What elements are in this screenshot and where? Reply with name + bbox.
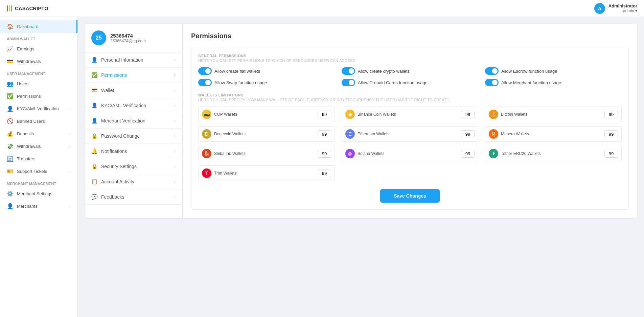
wallet-input-ethereum[interactable] (461, 130, 475, 138)
logo: CASACRIPTO (7, 5, 48, 12)
sub-menu-icon-wallet: 💳 (91, 87, 98, 93)
wallet-input-tether-erc20[interactable] (604, 150, 618, 158)
user-menu[interactable]: A Administrator admin ▾ (594, 3, 637, 14)
sub-menu-icon-kyc-aml: 👤 (91, 103, 98, 109)
sub-menu-icon-permissions: ✅ (91, 72, 98, 78)
toggle-switch-escrow[interactable] (485, 67, 499, 75)
user-id: 25366474 (110, 33, 146, 39)
wallet-input-shiba[interactable] (318, 150, 331, 158)
sub-menu-item-wallet[interactable]: 💳 Wallet › (85, 83, 182, 98)
sidebar-icon-merchant-settings: ⚙️ (7, 190, 14, 197)
sidebar-item-withdrawals[interactable]: 💸 Withdrawals › (0, 140, 77, 153)
wallet-input-monero[interactable] (604, 130, 618, 138)
sidebar-label-users: Users (17, 81, 71, 86)
sub-menu-icon-password-change: 🔒 (91, 133, 98, 139)
sidebar-item-deposits[interactable]: 💰 Deposits › (0, 128, 77, 140)
sidebar-item-merchants[interactable]: 👤 Merchants › (0, 200, 77, 212)
sub-menu-left: 💬 Feedbacks (91, 194, 124, 200)
logo-text: CASACRIPTO (15, 5, 48, 11)
sub-menu-chevron-permissions: › (174, 73, 176, 77)
sidebar-item-earnings[interactable]: 📈 Earnings (0, 43, 77, 55)
sub-menu-left: 🔒 Security Settings (91, 163, 137, 169)
wallet-name-dogecoin: Dogecoin Wallets (214, 132, 315, 136)
toggles-grid: Allow create fiat wallets Allow create c… (198, 67, 622, 86)
sub-menu-item-feedbacks[interactable]: 💬 Feedbacks › (85, 189, 182, 205)
wallet-input-solana[interactable] (461, 150, 475, 158)
toggle-switch-prepaid[interactable] (342, 79, 355, 86)
sub-menu-item-notifications[interactable]: 🔔 Notifications › (85, 144, 182, 159)
sidebar-item-banned[interactable]: 🚫 Banned Users (0, 115, 77, 128)
sidebar-label-merchant-settings: Merchant Settings (17, 191, 71, 196)
toggle-switch-fiat-wallets[interactable] (198, 67, 212, 75)
sidebar-item-support[interactable]: 🎫 Support Tickets › (0, 165, 77, 178)
sidebar-item-kyc[interactable]: 👤 KYC/AML Verification › (0, 103, 77, 115)
wallet-input-binance[interactable] (461, 111, 475, 118)
user-email: 25366474@qq.com (110, 39, 146, 43)
sub-menu-chevron-security-settings: › (174, 164, 176, 169)
toggle-switch-merchant[interactable] (485, 79, 499, 86)
sidebar-label-withdrawals: Withdrawals (17, 144, 66, 149)
toggle-item-prepaid: Allow Prepaid Cards function usage (342, 79, 478, 86)
sidebar-item-permissions[interactable]: ✅ Permissions (0, 90, 77, 103)
toggle-item-swap: Allow Swap function usage (198, 79, 335, 86)
wallet-input-bitcoin[interactable] (604, 111, 618, 118)
wallet-item-tether-erc20: ₮ Tether ERC20 Wallets (485, 146, 622, 161)
user-card: 25 25366474 25366474@qq.com (85, 24, 182, 52)
sub-menu-item-kyc-aml[interactable]: 👤 KYC/AML Verification › (85, 98, 182, 113)
sub-menu-item-permissions[interactable]: ✅ Permissions › (85, 68, 182, 83)
general-permissions-label: GENERAL PERMISSIONS (198, 54, 622, 58)
sub-menu-left: ✅ Permissions (91, 72, 127, 78)
sub-menu-label-feedbacks: Feedbacks (101, 194, 124, 200)
wallet-name-solana: Solana Wallets (358, 151, 458, 156)
wallet-item-cop: 🇨🇴 COP Wallets (198, 107, 335, 122)
sub-menu-label-wallet: Wallet (101, 88, 114, 93)
toggle-label-crypto-wallets: Allow create crypto wallets (358, 69, 410, 74)
wallet-name-ethereum: Ethereum Wallets (358, 132, 458, 136)
sub-menu-left: 👤 KYC/AML Verification (91, 103, 146, 109)
wallet-input-tron[interactable] (318, 169, 331, 177)
sidebar-item-dashboard[interactable]: 🏠 Dashboard (0, 20, 77, 33)
wallet-icon-tron: T (202, 168, 211, 178)
chevron-icon: › (69, 107, 71, 111)
sub-menu-label-merchant-verification: Merchant Verification (101, 118, 145, 123)
sub-menu-icon-merchant-verification: 👤 (91, 118, 98, 124)
wallet-name-shiba: Shiba Inu Wallets (214, 151, 315, 156)
sub-menu-item-security-settings[interactable]: 🔒 Security Settings › (85, 159, 182, 174)
sub-menu-chevron-password-change: › (174, 134, 176, 138)
wallet-icon-cop: 🇨🇴 (202, 110, 211, 119)
sub-menu-item-merchant-verification[interactable]: 👤 Merchant Verification › (85, 113, 182, 129)
sub-menu-icon-notifications: 🔔 (91, 148, 98, 154)
sidebar-icon-permissions: ✅ (7, 93, 14, 99)
toggle-switch-crypto-wallets[interactable] (342, 67, 355, 75)
chevron-icon: › (69, 169, 71, 174)
sub-menu-left: 🔔 Notifications (91, 148, 127, 154)
sidebar-item-withdrawals-admin[interactable]: 💳 Withdrawals (0, 55, 77, 68)
sub-menu-icon-account-activity: 📋 (91, 179, 98, 185)
sidebar-item-transfers[interactable]: 🔄 Transfers (0, 153, 77, 165)
sub-menu-item-personal[interactable]: 👤 Personal Infomation › (85, 52, 182, 68)
wallet-item-binance: ◆ Binance Coin Wallets (342, 107, 478, 122)
sub-menu-icon-feedbacks: 💬 (91, 194, 98, 200)
sidebar-icon-earnings: 📈 (7, 46, 14, 52)
toggle-label-prepaid: Allow Prepaid Cards function usage (358, 80, 428, 85)
wallet-name-bitcoin: Bitcoin Wallets (501, 112, 602, 117)
sub-menu-item-account-activity[interactable]: 📋 Account Activity › (85, 174, 182, 189)
wallet-item-monero: Ɱ Monero Wallets (485, 126, 622, 142)
wallet-input-cop[interactable] (318, 111, 331, 118)
sidebar-label-earnings: Earnings (17, 46, 71, 51)
save-btn-row: Save Changes (198, 189, 622, 203)
sub-menu-label-notifications: Notifications (101, 149, 127, 154)
content-wrapper: 25 25366474 25366474@qq.com 👤 Personal I… (85, 24, 637, 218)
sidebar-item-users[interactable]: 👥 Users (0, 77, 77, 90)
avatar: A (594, 3, 605, 14)
wallet-input-dogecoin[interactable] (318, 130, 331, 138)
sidebar-section-label: USER MANAGEMENT (0, 68, 77, 77)
wallet-item-tron: T Tron Wallets (198, 165, 335, 181)
sub-menu-chevron-merchant-verification: › (174, 118, 176, 123)
sub-menu-icon-personal: 👤 (91, 57, 98, 63)
sidebar-item-merchant-settings[interactable]: ⚙️ Merchant Settings (0, 187, 77, 200)
save-button[interactable]: Save Changes (380, 189, 440, 203)
toggle-switch-swap[interactable] (198, 79, 212, 86)
chevron-down-icon: ▾ (635, 8, 637, 13)
sub-menu-item-password-change[interactable]: 🔒 Password Change › (85, 129, 182, 144)
